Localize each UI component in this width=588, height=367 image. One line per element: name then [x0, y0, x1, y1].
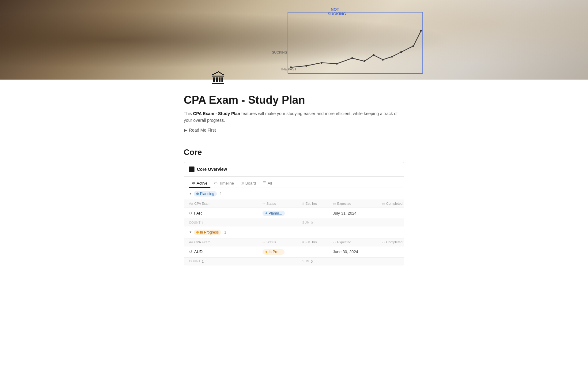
planning-sum-label: SUM [302, 221, 310, 224]
planning-group-label: Planning [194, 191, 217, 197]
ip-col-status: ⊹ Status [262, 240, 302, 244]
table-row[interactable]: ↺ FAR Planni... July 31, 2024 Medium [184, 208, 404, 219]
ip-col-expected-label: Expected [337, 240, 351, 244]
svg-text:SUCKING: SUCKING [272, 51, 287, 54]
planning-count: 1 [220, 192, 222, 196]
ip-col-esthrs-label: Est. hrs [305, 240, 317, 244]
inprogress-sum-cell: SUM 0 [302, 260, 333, 263]
planning-dot-icon [196, 193, 199, 195]
aud-status-badge: In Pro... [262, 249, 285, 255]
planning-chevron-icon: ▼ [189, 192, 192, 195]
svg-point-16 [391, 56, 393, 58]
row-aud-name: ↺ AUD [189, 249, 262, 254]
col-esthrs-label: Est. hrs [305, 202, 317, 205]
ip-col-completed: ▭ Completed [382, 240, 404, 244]
far-status-label: Planni... [269, 211, 282, 215]
inprogress-label-text: In Progress [200, 230, 219, 234]
tab-active[interactable]: ⊕ Active [189, 179, 210, 188]
col-name: Aa CPA Exam [189, 202, 262, 206]
timeline-tab-icon: ▭ [214, 181, 217, 185]
col-completed-label: Completed [386, 202, 402, 205]
ip-col-esthrs-icon: # [302, 240, 304, 244]
col-name-icon: Aa [189, 202, 193, 205]
page-description: This CPA Exam - Study Plan features will… [184, 110, 404, 124]
col-status-icon: ⊹ [262, 202, 265, 206]
inprogress-group-label: In Progress [194, 230, 221, 235]
inprogress-expected-footer [333, 260, 382, 263]
active-tab-label: Active [197, 181, 207, 185]
row-aud-label: AUD [194, 249, 202, 254]
inprogress-sum-label: SUM [302, 260, 310, 263]
svg-point-9 [305, 65, 307, 67]
planning-count-cell: COUNT 1 [189, 221, 262, 225]
row-far-icon: ↺ [189, 211, 192, 215]
planning-sum-value: 0 [311, 221, 313, 225]
planning-count-value: 1 [202, 221, 204, 225]
board-tab-icon: ⊞ [241, 181, 244, 185]
core-section-title: Core [184, 148, 404, 157]
section-divider [184, 139, 404, 139]
database-header: Core Overview [184, 162, 404, 177]
svg-point-15 [382, 59, 384, 61]
col-esthrs-icon: # [302, 202, 304, 205]
far-status-badge: Planni... [262, 211, 285, 216]
aud-status-dot [266, 251, 267, 253]
read-me-label: Read Me First [189, 128, 216, 133]
group-inprogress-header[interactable]: ▼ In Progress 1 [184, 227, 404, 238]
table-row[interactable]: ↺ AUD In Pro... June 30, 2024 High [184, 246, 404, 257]
row-far-name: ↺ FAR [189, 211, 262, 215]
svg-point-14 [373, 54, 375, 56]
inprogress-footer: COUNT 1 SUM 0 [184, 257, 404, 265]
ip-col-expected: ▭ Expected [333, 240, 382, 244]
svg-text:NOT: NOT [331, 7, 339, 12]
svg-point-19 [420, 30, 422, 32]
active-tab-icon: ⊕ [192, 181, 195, 185]
group-in-progress: ▼ In Progress 1 Aa CPA Exam ⊹ Status [184, 227, 404, 265]
group-planning-header[interactable]: ▼ Planning 1 [184, 188, 404, 200]
page-icon: 🏛 [211, 70, 230, 89]
svg-text:SUCKING: SUCKING [328, 12, 346, 16]
all-tab-label: All [268, 181, 272, 185]
group-planning: ▼ Planning 1 Aa CPA Exam ⊹ Status # [184, 188, 404, 227]
hero-banner: NOT SUCKING SUCKING THE PAST [0, 0, 588, 80]
view-tabs: ⊕ Active ▭ Timeline ⊞ Board ☰ All [184, 177, 404, 188]
hero-chart-svg: NOT SUCKING SUCKING THE PAST [251, 6, 466, 80]
planning-expected-footer [333, 221, 382, 225]
col-completed-icon: ▭ [382, 202, 385, 206]
svg-point-17 [400, 51, 402, 53]
page-title: CPA Exam - Study Plan [184, 94, 404, 107]
col-expected-icon: ▭ [333, 202, 336, 206]
row-far-expected: July 31, 2024 [333, 211, 382, 215]
timeline-tab-label: Timeline [219, 181, 234, 185]
svg-text:THE PAST: THE PAST [280, 67, 296, 71]
col-status-label: Status [266, 202, 276, 205]
far-status-dot [266, 212, 267, 214]
ip-col-status-label: Status [266, 240, 276, 244]
col-name-label: CPA Exam [194, 202, 210, 205]
tab-timeline[interactable]: ▭ Timeline [211, 179, 237, 188]
read-me-toggle[interactable]: ▶ Read Me First [184, 128, 404, 133]
toggle-arrow-icon: ▶ [184, 128, 187, 133]
aud-status-label: In Pro... [269, 250, 281, 254]
inprogress-chevron-icon: ▼ [189, 230, 192, 234]
ip-col-est-hrs: # Est. hrs [302, 240, 333, 244]
ip-col-expected-icon: ▭ [333, 240, 336, 244]
row-aud-expected: June 30, 2024 [333, 249, 382, 254]
col-expected-label: Expected [337, 202, 351, 205]
planning-completed-footer [382, 221, 404, 225]
inprogress-count-label: COUNT [189, 260, 201, 263]
svg-point-13 [364, 60, 365, 62]
tab-all[interactable]: ☰ All [260, 179, 275, 188]
tab-board[interactable]: ⊞ Board [238, 179, 259, 188]
col-status: ⊹ Status [262, 202, 302, 206]
ip-col-name-icon: Aa [189, 240, 193, 244]
svg-point-11 [336, 63, 338, 65]
ip-col-status-icon: ⊹ [262, 240, 265, 244]
ip-col-name-label: CPA Exam [194, 240, 210, 244]
planning-column-headers: Aa CPA Exam ⊹ Status # Est. hrs ▭ Expect… [184, 200, 404, 208]
planning-count-label: COUNT [189, 221, 201, 224]
row-aud-icon: ↺ [189, 249, 192, 254]
col-completed: ▭ Completed [382, 202, 404, 206]
row-far-label: FAR [194, 211, 202, 215]
board-tab-label: Board [245, 181, 256, 185]
